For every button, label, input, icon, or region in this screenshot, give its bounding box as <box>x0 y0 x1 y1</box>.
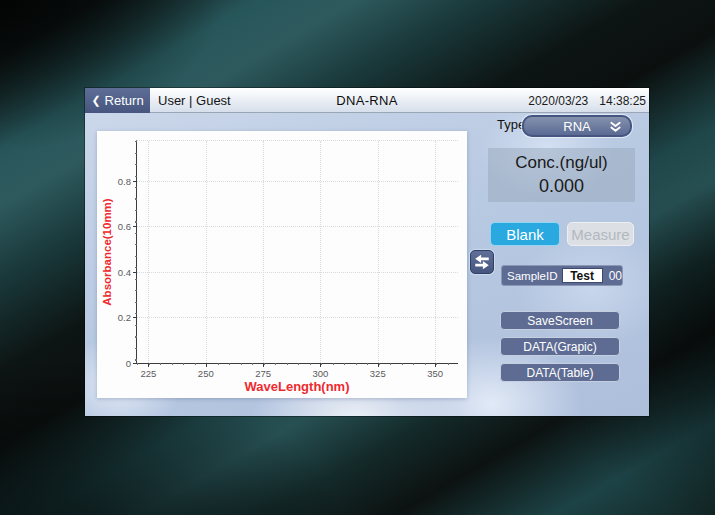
time-text: 14:38:25 <box>599 94 646 108</box>
gridline-vertical <box>320 141 321 363</box>
page-title: DNA-RNA <box>336 88 397 113</box>
y-axis-label: Absorbance(10mm) <box>101 198 113 305</box>
y-tick-label: 0.6 <box>118 221 131 232</box>
y-tick-label: 0.4 <box>118 266 131 277</box>
header-bar: ❮ Return User | Guest DNA-RNA 2020/03/23… <box>85 88 649 113</box>
x-tick-label: 350 <box>427 368 443 379</box>
screen-body: Absorbance(10mm) 22525027530032535000.20… <box>85 113 649 416</box>
x-tick-mark <box>320 363 321 367</box>
datetime: 2020/03/23 14:38:25 <box>528 88 646 113</box>
gridline-vertical <box>148 141 149 363</box>
concentration-value: 0.000 <box>488 176 635 197</box>
gridline-vertical <box>435 141 436 363</box>
return-button-label: Return <box>105 93 144 108</box>
y-tick-mark <box>133 363 137 364</box>
gridline-horizontal <box>137 317 458 318</box>
chart-panel: Absorbance(10mm) 22525027530032535000.20… <box>97 131 467 398</box>
x-axis-label: WaveLength(nm) <box>245 379 350 394</box>
measure-button[interactable]: Measure <box>567 222 634 246</box>
return-button[interactable]: ❮ Return <box>85 88 150 113</box>
y-minor-ticks <box>135 141 137 363</box>
save-screen-button[interactable]: SaveScreen <box>500 311 620 330</box>
sample-id-bar: SampleID Test 00 <box>501 265 623 286</box>
x-tick-mark <box>148 363 149 367</box>
x-tick-label: 250 <box>198 368 214 379</box>
date-text: 2020/03/23 <box>528 94 588 108</box>
gridline-horizontal <box>137 181 458 182</box>
type-label: Type <box>497 117 521 132</box>
blank-button[interactable]: Blank <box>490 222 560 246</box>
data-table-button[interactable]: DATA(Table) <box>500 363 620 382</box>
photo-backdrop: ❮ Return User | Guest DNA-RNA 2020/03/23… <box>0 0 715 515</box>
y-tick-mark <box>133 181 137 182</box>
x-tick-mark <box>378 363 379 367</box>
x-minor-ticks <box>137 363 458 365</box>
concentration-label: Conc.(ng/ul) <box>488 153 635 173</box>
device-screen: ❮ Return User | Guest DNA-RNA 2020/03/23… <box>85 88 649 416</box>
x-tick-label: 300 <box>312 368 328 379</box>
gridline-horizontal <box>137 226 458 227</box>
user-label: User | Guest <box>158 88 231 113</box>
chevron-left-icon: ❮ <box>91 95 100 106</box>
x-tick-mark <box>206 363 207 367</box>
x-tick-mark <box>263 363 264 367</box>
x-tick-label: 225 <box>141 368 157 379</box>
gridline-horizontal <box>137 272 458 273</box>
y-tick-label: 0 <box>126 358 131 369</box>
x-tick-label: 275 <box>255 368 271 379</box>
gridline-vertical <box>263 141 264 363</box>
swap-arrows-icon <box>473 253 491 271</box>
x-tick-mark <box>435 363 436 367</box>
sample-id-input[interactable]: Test <box>562 268 603 283</box>
gridline-vertical <box>206 141 207 363</box>
y-tick-mark <box>133 226 137 227</box>
y-tick-mark <box>133 272 137 273</box>
plot-area: 22525027530032535000.20.40.60.8 <box>136 140 458 364</box>
swap-button[interactable] <box>470 250 494 274</box>
y-tick-mark <box>133 317 137 318</box>
y-tick-label: 0.8 <box>118 175 131 186</box>
type-dropdown[interactable]: RNA <box>522 115 632 137</box>
sample-id-label: SampleID <box>507 270 558 282</box>
x-tick-label: 325 <box>370 368 386 379</box>
y-tick-label: 0.2 <box>118 312 131 323</box>
concentration-display: Conc.(ng/ul) 0.000 <box>488 148 635 202</box>
type-dropdown-value: RNA <box>563 119 590 134</box>
data-graphic-button[interactable]: DATA(Grapic) <box>500 337 620 356</box>
sample-id-index: 00 <box>609 269 622 283</box>
gridline-vertical <box>378 141 379 363</box>
chevron-double-down-icon <box>609 120 622 137</box>
